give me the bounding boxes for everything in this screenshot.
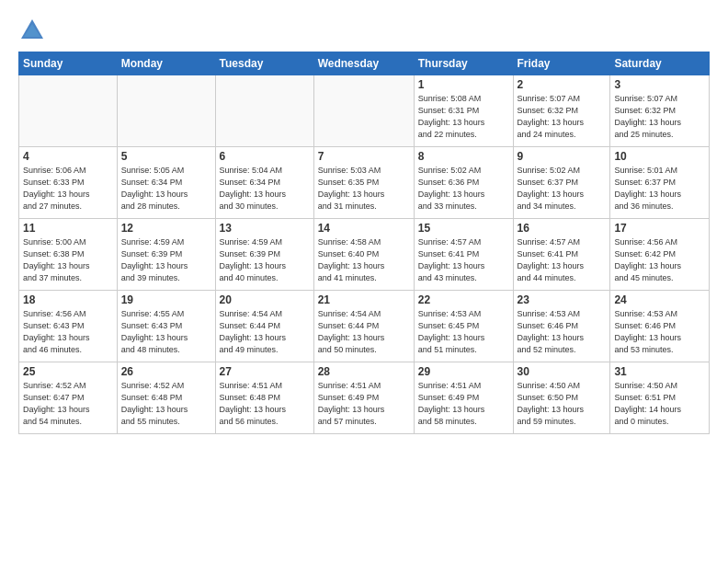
page: SundayMondayTuesdayWednesdayThursdayFrid… (0, 0, 728, 563)
day-number: 5 (121, 150, 211, 163)
day-number: 7 (318, 150, 410, 163)
day-info: Sunrise: 4:52 AM Sunset: 6:47 PM Dayligh… (23, 380, 113, 428)
day-number: 8 (418, 150, 509, 163)
day-info: Sunrise: 5:07 AM Sunset: 6:32 PM Dayligh… (614, 93, 705, 141)
day-number: 1 (418, 78, 509, 91)
calendar-cell: 26Sunrise: 4:52 AM Sunset: 6:48 PM Dayli… (117, 362, 215, 434)
calendar-cell: 21Sunrise: 4:54 AM Sunset: 6:44 PM Dayli… (313, 291, 414, 362)
calendar-cell: 15Sunrise: 4:57 AM Sunset: 6:41 PM Dayli… (414, 219, 513, 291)
day-header-sunday: Sunday (19, 52, 118, 75)
day-number: 30 (518, 365, 607, 378)
calendar-cell: 9Sunrise: 5:02 AM Sunset: 6:37 PM Daylig… (513, 147, 610, 219)
calendar-cell: 28Sunrise: 4:51 AM Sunset: 6:49 PM Dayli… (313, 362, 414, 434)
day-info: Sunrise: 4:50 AM Sunset: 6:51 PM Dayligh… (614, 380, 705, 428)
day-info: Sunrise: 5:03 AM Sunset: 6:35 PM Dayligh… (318, 165, 410, 213)
calendar-cell: 31Sunrise: 4:50 AM Sunset: 6:51 PM Dayli… (610, 362, 710, 434)
day-header-friday: Friday (513, 52, 610, 75)
day-info: Sunrise: 4:59 AM Sunset: 6:39 PM Dayligh… (121, 236, 211, 284)
calendar-cell: 17Sunrise: 4:56 AM Sunset: 6:42 PM Dayli… (610, 219, 710, 291)
calendar-cell (19, 75, 118, 147)
calendar-cell (215, 75, 313, 147)
calendar-week-row: 18Sunrise: 4:56 AM Sunset: 6:43 PM Dayli… (19, 291, 710, 362)
calendar-cell: 1Sunrise: 5:08 AM Sunset: 6:31 PM Daylig… (414, 75, 513, 147)
calendar-week-row: 4Sunrise: 5:06 AM Sunset: 6:33 PM Daylig… (19, 147, 710, 219)
calendar-cell: 16Sunrise: 4:57 AM Sunset: 6:41 PM Dayli… (513, 219, 610, 291)
calendar-cell: 25Sunrise: 4:52 AM Sunset: 6:47 PM Dayli… (19, 362, 118, 434)
day-info: Sunrise: 4:50 AM Sunset: 6:50 PM Dayligh… (518, 380, 607, 428)
calendar-cell: 24Sunrise: 4:53 AM Sunset: 6:46 PM Dayli… (610, 291, 710, 362)
day-header-saturday: Saturday (610, 52, 710, 75)
day-info: Sunrise: 5:05 AM Sunset: 6:34 PM Dayligh… (121, 165, 211, 213)
day-info: Sunrise: 5:01 AM Sunset: 6:37 PM Dayligh… (614, 165, 705, 213)
calendar-cell: 2Sunrise: 5:07 AM Sunset: 6:32 PM Daylig… (513, 75, 610, 147)
calendar-cell: 3Sunrise: 5:07 AM Sunset: 6:32 PM Daylig… (610, 75, 710, 147)
day-number: 11 (23, 222, 113, 235)
day-number: 22 (418, 293, 509, 306)
calendar-cell: 29Sunrise: 4:51 AM Sunset: 6:49 PM Dayli… (414, 362, 513, 434)
day-number: 25 (23, 365, 113, 378)
day-number: 3 (614, 78, 705, 91)
day-info: Sunrise: 4:56 AM Sunset: 6:42 PM Dayligh… (614, 236, 705, 284)
day-info: Sunrise: 4:51 AM Sunset: 6:49 PM Dayligh… (418, 380, 509, 428)
day-info: Sunrise: 5:06 AM Sunset: 6:33 PM Dayligh… (23, 165, 113, 213)
day-info: Sunrise: 5:08 AM Sunset: 6:31 PM Dayligh… (418, 93, 509, 141)
day-number: 28 (318, 365, 410, 378)
calendar-cell: 5Sunrise: 5:05 AM Sunset: 6:34 PM Daylig… (117, 147, 215, 219)
calendar-cell: 7Sunrise: 5:03 AM Sunset: 6:35 PM Daylig… (313, 147, 414, 219)
calendar-cell: 14Sunrise: 4:58 AM Sunset: 6:40 PM Dayli… (313, 219, 414, 291)
calendar-header-row: SundayMondayTuesdayWednesdayThursdayFrid… (19, 52, 710, 75)
calendar-cell: 19Sunrise: 4:55 AM Sunset: 6:43 PM Dayli… (117, 291, 215, 362)
calendar-cell: 4Sunrise: 5:06 AM Sunset: 6:33 PM Daylig… (19, 147, 118, 219)
day-number: 16 (518, 222, 607, 235)
day-info: Sunrise: 5:00 AM Sunset: 6:38 PM Dayligh… (23, 236, 113, 284)
calendar-cell: 22Sunrise: 4:53 AM Sunset: 6:45 PM Dayli… (414, 291, 513, 362)
day-info: Sunrise: 5:04 AM Sunset: 6:34 PM Dayligh… (220, 165, 310, 213)
day-number: 19 (121, 293, 211, 306)
calendar-cell: 27Sunrise: 4:51 AM Sunset: 6:48 PM Dayli… (215, 362, 313, 434)
calendar-week-row: 25Sunrise: 4:52 AM Sunset: 6:47 PM Dayli… (19, 362, 710, 434)
day-info: Sunrise: 4:54 AM Sunset: 6:44 PM Dayligh… (220, 308, 310, 356)
calendar-cell (117, 75, 215, 147)
calendar-cell: 20Sunrise: 4:54 AM Sunset: 6:44 PM Dayli… (215, 291, 313, 362)
day-number: 13 (220, 222, 310, 235)
calendar-cell: 8Sunrise: 5:02 AM Sunset: 6:36 PM Daylig… (414, 147, 513, 219)
calendar-week-row: 1Sunrise: 5:08 AM Sunset: 6:31 PM Daylig… (19, 75, 710, 147)
day-info: Sunrise: 4:57 AM Sunset: 6:41 PM Dayligh… (518, 236, 607, 284)
day-number: 24 (614, 293, 705, 306)
logo (18, 17, 50, 44)
logo-icon (18, 17, 46, 44)
day-number: 27 (220, 365, 310, 378)
calendar-cell: 12Sunrise: 4:59 AM Sunset: 6:39 PM Dayli… (117, 219, 215, 291)
day-header-thursday: Thursday (414, 52, 513, 75)
day-header-tuesday: Tuesday (215, 52, 313, 75)
calendar-cell: 18Sunrise: 4:56 AM Sunset: 6:43 PM Dayli… (19, 291, 118, 362)
day-info: Sunrise: 5:07 AM Sunset: 6:32 PM Dayligh… (518, 93, 607, 141)
calendar-cell (313, 75, 414, 147)
day-number: 12 (121, 222, 211, 235)
calendar-week-row: 11Sunrise: 5:00 AM Sunset: 6:38 PM Dayli… (19, 219, 710, 291)
calendar-cell: 13Sunrise: 4:59 AM Sunset: 6:39 PM Dayli… (215, 219, 313, 291)
day-info: Sunrise: 4:53 AM Sunset: 6:46 PM Dayligh… (518, 308, 607, 356)
day-number: 2 (518, 78, 607, 91)
day-info: Sunrise: 4:57 AM Sunset: 6:41 PM Dayligh… (418, 236, 509, 284)
calendar-cell: 23Sunrise: 4:53 AM Sunset: 6:46 PM Dayli… (513, 291, 610, 362)
calendar-cell: 11Sunrise: 5:00 AM Sunset: 6:38 PM Dayli… (19, 219, 118, 291)
calendar-cell: 6Sunrise: 5:04 AM Sunset: 6:34 PM Daylig… (215, 147, 313, 219)
header (18, 17, 710, 44)
day-number: 26 (121, 365, 211, 378)
day-number: 20 (220, 293, 310, 306)
day-header-wednesday: Wednesday (313, 52, 414, 75)
day-number: 23 (518, 293, 607, 306)
calendar-cell: 30Sunrise: 4:50 AM Sunset: 6:50 PM Dayli… (513, 362, 610, 434)
day-info: Sunrise: 4:51 AM Sunset: 6:48 PM Dayligh… (220, 380, 310, 428)
day-number: 31 (614, 365, 705, 378)
day-header-monday: Monday (117, 52, 215, 75)
day-info: Sunrise: 4:52 AM Sunset: 6:48 PM Dayligh… (121, 380, 211, 428)
day-info: Sunrise: 4:56 AM Sunset: 6:43 PM Dayligh… (23, 308, 113, 356)
day-info: Sunrise: 4:53 AM Sunset: 6:45 PM Dayligh… (418, 308, 509, 356)
calendar-table: SundayMondayTuesdayWednesdayThursdayFrid… (18, 52, 710, 434)
day-info: Sunrise: 4:53 AM Sunset: 6:46 PM Dayligh… (614, 308, 705, 356)
day-number: 4 (23, 150, 113, 163)
day-info: Sunrise: 5:02 AM Sunset: 6:37 PM Dayligh… (518, 165, 607, 213)
day-info: Sunrise: 4:58 AM Sunset: 6:40 PM Dayligh… (318, 236, 410, 284)
